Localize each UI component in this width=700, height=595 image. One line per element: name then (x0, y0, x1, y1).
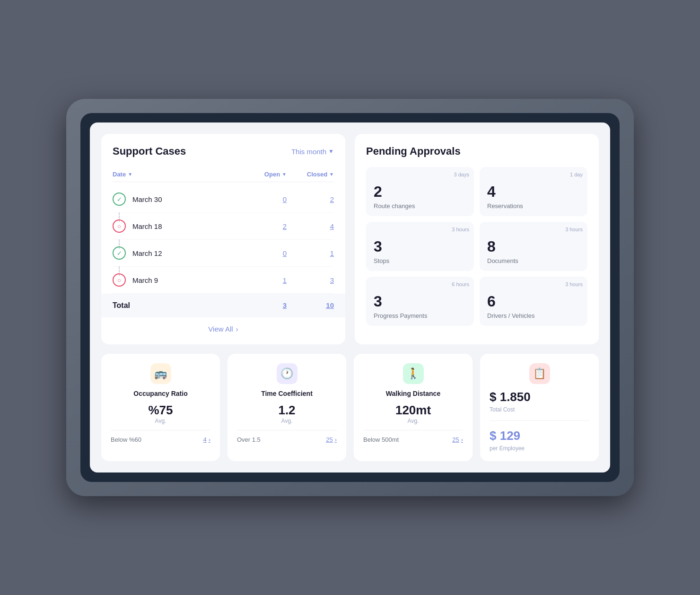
pending-approvals-header: Pending Approvals (366, 145, 587, 158)
metric-card: 🚶 Walking Distance 120mt Avg. Below 500m… (354, 354, 472, 461)
metric-footer: Over 1.5 25 › (237, 436, 337, 443)
timeline-icon: ○ (113, 273, 126, 287)
chevron-right-icon: › (209, 436, 210, 443)
approval-badge: 1 day (570, 172, 583, 177)
date-cell: ✓ March 30 (113, 192, 239, 206)
footer-label: Below 500mt (363, 436, 399, 443)
closed-count[interactable]: 2 (287, 195, 334, 203)
metric-footer: Below 500mt 25 › (363, 436, 463, 443)
metric-avg: Avg. (363, 418, 463, 424)
inner-frame: Support Cases This month ▼ Date ▼ Open ▼ (80, 113, 620, 482)
open-count[interactable]: 2 (239, 222, 287, 230)
approval-item[interactable]: 6 hours 3 Progress Payments (366, 277, 474, 326)
timeline-icon: ✓ (113, 192, 126, 206)
per-employee-value: $ 129 (490, 429, 589, 443)
approval-number: 3 (374, 238, 466, 255)
timeline-icon: ✓ (113, 246, 126, 260)
this-month-filter[interactable]: This month ▼ (291, 148, 334, 156)
pending-approvals-title: Pending Approvals (366, 145, 461, 158)
total-cost-card: 📋 $ 1.850 Total Cost $ 129 per Employee (480, 354, 599, 461)
date-cell: ○ March 9 (113, 273, 239, 287)
table-row: ○ March 18 2 4 (113, 213, 334, 240)
metric-card: 🚌 Occupancy Ratio %75 Avg. Below %60 4 › (101, 354, 220, 461)
date-cell: ○ March 18 (113, 219, 239, 233)
approval-badge: 3 hours (565, 281, 583, 287)
approval-number: 4 (487, 183, 580, 201)
timeline-icon: ○ (113, 219, 126, 233)
approval-number: 8 (487, 238, 580, 255)
total-cost-value: $ 1.850 (490, 390, 589, 404)
approval-item[interactable]: 1 day 4 Reservations (480, 167, 587, 216)
metric-card: 🕐 Time Coefficient 1.2 Avg. Over 1.5 25 … (228, 354, 346, 461)
closed-count[interactable]: 4 (287, 222, 334, 230)
metric-icon: 🕐 (277, 363, 298, 384)
support-cases-header: Support Cases This month ▼ (113, 145, 334, 158)
approval-item[interactable]: 3 hours 6 Drivers / Vehicles (480, 277, 587, 326)
open-column-header[interactable]: Open ▼ (239, 171, 287, 178)
open-count[interactable]: 1 (239, 276, 287, 284)
open-count[interactable]: 0 (239, 249, 287, 257)
metric-value: 120mt (363, 403, 463, 418)
metric-value: 1.2 (237, 403, 337, 418)
approval-number: 6 (487, 293, 580, 310)
support-cases-card: Support Cases This month ▼ Date ▼ Open ▼ (101, 134, 345, 344)
support-cases-title: Support Cases (113, 145, 186, 158)
approval-badge: 3 hours (452, 227, 469, 232)
approvals-grid: 3 days 2 Route changes 1 day 4 Reservati… (366, 167, 587, 326)
footer-link[interactable]: 25 › (326, 436, 337, 443)
divider (363, 430, 463, 430)
dashboard: Support Cases This month ▼ Date ▼ Open ▼ (90, 122, 610, 472)
closed-count[interactable]: 1 (287, 249, 334, 257)
metric-avg: Avg. (111, 418, 210, 424)
approval-item[interactable]: 3 days 2 Route changes (366, 167, 474, 216)
table-row: ○ March 9 1 3 (113, 267, 334, 294)
approval-label: Stops (374, 257, 466, 264)
date-column-header[interactable]: Date ▼ (113, 171, 239, 178)
pending-approvals-card: Pending Approvals 3 days 2 Route changes… (355, 134, 599, 344)
divider (237, 430, 337, 430)
divider (111, 430, 210, 430)
approval-label: Drivers / Vehicles (487, 312, 580, 319)
chevron-down-icon: ▼ (328, 148, 334, 155)
metric-title: Walking Distance (363, 390, 463, 397)
table-row: ✓ March 30 0 2 (113, 186, 334, 213)
approval-label: Progress Payments (374, 312, 466, 319)
approval-number: 3 (374, 293, 466, 310)
approval-item[interactable]: 3 hours 8 Documents (480, 222, 587, 271)
open-count[interactable]: 0 (239, 195, 287, 203)
sort-icon: ▼ (128, 172, 132, 177)
table-header: Date ▼ Open ▼ Closed ▼ (113, 167, 334, 182)
outer-frame: Support Cases This month ▼ Date ▼ Open ▼ (66, 99, 634, 496)
date-label: March 12 (132, 249, 162, 257)
metric-value: %75 (111, 403, 210, 418)
approval-item[interactable]: 3 hours 3 Stops (366, 222, 474, 271)
divider (490, 420, 589, 421)
chevron-right-icon: › (335, 436, 337, 443)
bottom-row: 🚌 Occupancy Ratio %75 Avg. Below %60 4 ›… (101, 354, 599, 461)
date-label: March 18 (132, 222, 162, 230)
report-icon: 📋 (529, 363, 550, 384)
metric-icon: 🚌 (150, 363, 171, 384)
approval-badge: 3 hours (565, 227, 583, 232)
approval-label: Documents (487, 257, 580, 264)
metric-title: Occupancy Ratio (111, 390, 210, 397)
per-employee-label: per Employee (490, 445, 589, 452)
sort-icon: ▼ (329, 172, 334, 177)
chevron-right-icon: › (461, 436, 463, 443)
footer-link[interactable]: 25 › (452, 436, 463, 443)
footer-link[interactable]: 4 › (203, 436, 210, 443)
approval-label: Route changes (374, 202, 466, 210)
metric-avg: Avg. (237, 418, 337, 424)
view-all-link[interactable]: View All › (113, 317, 334, 333)
footer-label: Over 1.5 (237, 436, 261, 443)
footer-label: Below %60 (111, 436, 141, 443)
table-row: ✓ March 12 0 1 (113, 240, 334, 267)
metric-icon: 🚶 (403, 363, 424, 384)
metric-title: Time Coefficient (237, 390, 337, 397)
closed-column-header[interactable]: Closed ▼ (287, 171, 334, 178)
date-cell: ✓ March 12 (113, 246, 239, 260)
total-cost-label: Total Cost (490, 406, 589, 413)
metric-footer: Below %60 4 › (111, 436, 210, 443)
closed-count[interactable]: 3 (287, 276, 334, 284)
table-rows: ✓ March 30 0 2 ○ March 18 2 4 ✓ March 12… (113, 186, 334, 294)
